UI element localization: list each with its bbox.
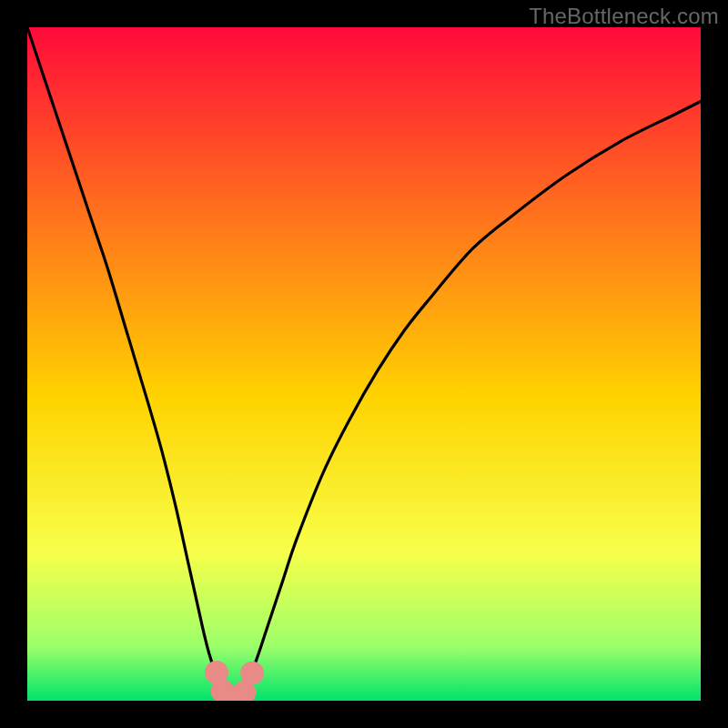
chart-svg (27, 27, 701, 701)
plot-area (27, 27, 701, 701)
watermark-text: TheBottleneck.com (529, 4, 719, 29)
gradient-background (27, 27, 701, 701)
chart-frame: TheBottleneck.com (0, 0, 728, 728)
marker-dot (240, 662, 264, 685)
